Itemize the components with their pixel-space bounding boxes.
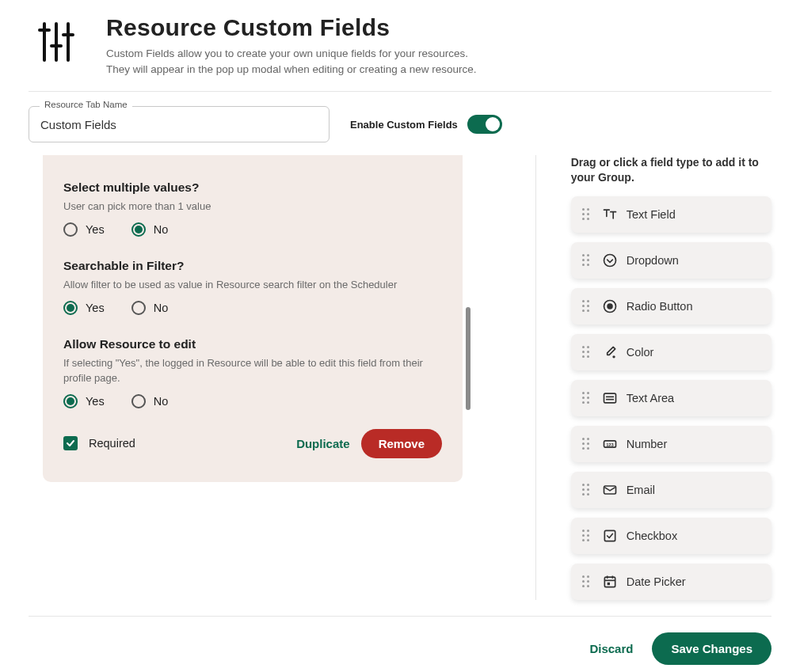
field-settings-card: Select multiple values? User can pick mo… [43,155,463,481]
section-desc-searchable: Allow filter to be used as value in Reso… [63,278,442,293]
resource-tab-name-label: Resource Tab Name [40,100,132,109]
section-title-multiple: Select multiple values? [63,180,442,195]
field-type-text-area[interactable]: Text Area [571,380,771,416]
multiple-no-radio[interactable]: No [131,222,169,237]
svg-point-9 [612,355,615,358]
save-changes-button[interactable]: Save Changes [652,632,771,665]
text-field-icon [601,206,619,223]
field-type-label: Checkbox [627,530,677,542]
field-type-label: Dropdown [627,254,679,267]
remove-button[interactable]: Remove [361,429,442,458]
drag-handle-icon[interactable] [579,208,593,220]
allow-edit-yes-radio[interactable]: Yes [63,394,105,408]
checkbox-icon [601,527,619,545]
field-type-label: Color [627,346,654,359]
field-type-date-picker[interactable]: Date Picker [571,564,771,600]
right-panel-hint: Drag or click a field type to add it to … [571,155,771,185]
svg-point-8 [607,303,613,309]
radio-label: Yes [86,302,105,314]
multiple-yes-radio[interactable]: Yes [63,222,105,237]
svg-rect-16 [604,530,615,541]
field-type-label: Email [627,484,655,496]
divider [29,91,771,92]
section-desc-multiple: User can pick more than 1 value [63,199,442,215]
svg-point-6 [604,254,615,266]
drag-handle-icon[interactable] [579,575,593,587]
allow-edit-no-radio[interactable]: No [131,394,169,408]
searchable-yes-radio[interactable]: Yes [63,301,105,315]
searchable-no-radio[interactable]: No [131,301,169,315]
field-type-label: Text Field [627,208,676,221]
radio-label: Yes [86,395,105,408]
date-picker-icon [601,573,619,590]
field-type-checkbox[interactable]: Checkbox [571,518,771,554]
drag-handle-icon[interactable] [579,530,593,541]
page-description: Custom Fields allow you to create your o… [106,46,477,77]
required-label: Required [89,437,135,450]
field-type-email[interactable]: Email [571,472,771,508]
radio-label: No [154,223,169,236]
field-type-label: Number [627,438,668,450]
field-type-dropdown[interactable]: Dropdown [571,242,771,279]
field-type-number[interactable]: 123Number [571,426,771,462]
check-icon [66,439,75,448]
field-type-label: Date Picker [627,575,686,588]
drag-handle-icon[interactable] [579,346,593,358]
field-type-radio-button[interactable]: Radio Button [571,288,771,325]
field-type-color[interactable]: Color [571,334,771,370]
drag-handle-icon[interactable] [579,300,593,312]
vertical-divider [535,155,536,600]
sliders-icon [29,14,84,70]
svg-text:123: 123 [606,442,614,446]
resource-tab-name-field[interactable]: Resource Tab Name [29,106,330,142]
discard-button[interactable]: Discard [589,642,633,655]
drag-handle-icon[interactable] [579,484,593,495]
field-type-label: Text Area [627,392,674,404]
field-type-text-field[interactable]: Text Field [571,196,771,233]
drag-handle-icon[interactable] [579,392,593,404]
resource-tab-name-input[interactable] [29,106,330,142]
enable-custom-fields-label: Enable Custom Fields [350,119,458,131]
enable-custom-fields-toggle[interactable] [467,115,502,134]
drag-handle-icon[interactable] [579,254,593,266]
section-title-searchable: Searchable in Filter? [63,259,442,273]
radio-label: No [154,302,169,314]
color-icon [601,344,619,361]
divider [29,616,771,617]
section-desc-allow-edit: If selecting "Yes", the logged in Resour… [63,356,442,386]
text-area-icon [601,389,619,407]
scroll-thumb[interactable] [466,307,470,410]
drag-handle-icon[interactable] [579,438,593,450]
required-checkbox[interactable] [63,436,78,450]
dropdown-icon [601,252,619,269]
toggle-knob [486,117,500,131]
svg-rect-17 [604,577,615,587]
duplicate-button[interactable]: Duplicate [296,437,350,450]
radio-button-icon [601,298,619,315]
radio-label: No [154,395,169,408]
radio-label: Yes [86,223,105,236]
number-icon: 123 [601,435,619,453]
svg-rect-19 [607,583,609,585]
svg-rect-10 [604,393,615,403]
field-type-label: Radio Button [627,300,693,313]
email-icon [601,481,619,499]
page-title: Resource Custom Fields [106,14,477,41]
section-title-allow-edit: Allow Resource to edit [63,337,442,351]
